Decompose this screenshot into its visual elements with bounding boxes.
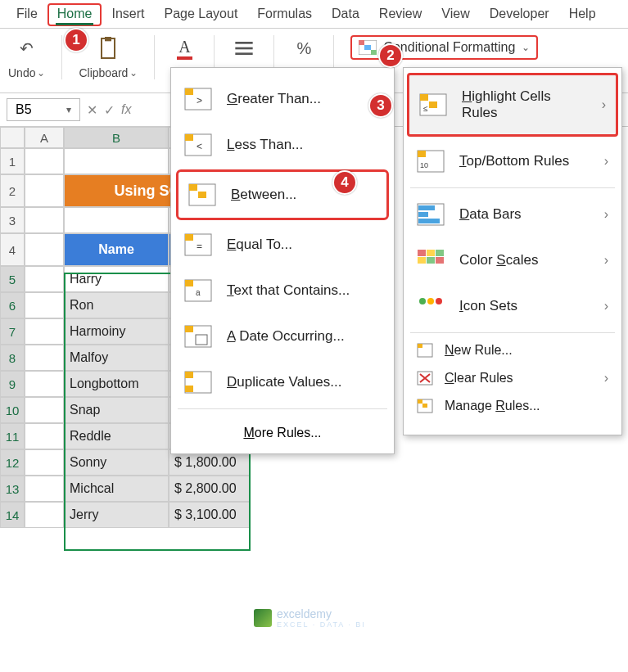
font-color-icon: A bbox=[171, 35, 197, 61]
menu-more-rules[interactable]: More Rules... bbox=[171, 413, 394, 442]
svg-rect-23 bbox=[418, 257, 426, 264]
ribbon-undo-group[interactable]: ↶ Undo⌄ bbox=[8, 35, 45, 79]
row-header[interactable]: 2 bbox=[0, 174, 25, 207]
row-header[interactable]: 3 bbox=[0, 207, 25, 233]
menu-duplicate-values[interactable]: Duplicate Values... bbox=[171, 359, 394, 405]
cell-name[interactable]: Snap bbox=[64, 397, 169, 423]
svg-text:10: 10 bbox=[420, 161, 428, 169]
cell[interactable] bbox=[25, 174, 64, 207]
menu-view[interactable]: View bbox=[431, 3, 479, 26]
less-than-icon: < bbox=[184, 133, 212, 156]
icon-sets-icon bbox=[417, 295, 445, 318]
cell-name[interactable]: Reddle bbox=[64, 423, 169, 449]
cell[interactable] bbox=[25, 233, 64, 266]
cell[interactable] bbox=[25, 345, 64, 371]
cell[interactable] bbox=[25, 318, 64, 345]
cell[interactable] bbox=[25, 148, 64, 174]
row-header[interactable]: 7 bbox=[0, 318, 25, 345]
cell-name[interactable]: Harmoiny bbox=[64, 318, 169, 345]
cell[interactable] bbox=[25, 449, 64, 476]
cell-value[interactable]: $ 3,100.00 bbox=[169, 502, 251, 528]
row-header[interactable]: 11 bbox=[0, 423, 25, 449]
chevron-right-icon: › bbox=[604, 154, 608, 169]
cell-name[interactable]: Harry bbox=[64, 266, 169, 292]
svg-rect-21 bbox=[427, 250, 435, 256]
menu-data[interactable]: Data bbox=[322, 3, 369, 26]
menu-clear-rules[interactable]: Clear Rules › bbox=[404, 364, 621, 392]
menu-formulas[interactable]: Formulas bbox=[247, 3, 322, 26]
row-header[interactable]: 5 bbox=[0, 266, 25, 292]
cell[interactable] bbox=[25, 397, 64, 423]
svg-rect-20 bbox=[418, 250, 426, 256]
menu-manage-rules[interactable]: Manage Rules... bbox=[404, 392, 621, 420]
menu-equal-to[interactable]: = Equal To... bbox=[171, 222, 394, 268]
cell[interactable] bbox=[64, 207, 169, 233]
menu-color-scales[interactable]: Color Scales › bbox=[404, 237, 621, 283]
cell[interactable] bbox=[25, 266, 64, 292]
duplicate-icon bbox=[184, 371, 212, 394]
confirm-icon[interactable]: ✓ bbox=[104, 102, 115, 118]
menu-data-bars[interactable]: Data Bars › bbox=[404, 192, 621, 237]
cell[interactable] bbox=[25, 207, 64, 233]
menu-developer[interactable]: Developer bbox=[480, 3, 559, 26]
col-header-A[interactable]: A bbox=[25, 127, 64, 148]
menu-review[interactable]: Review bbox=[369, 3, 431, 26]
svg-rect-43 bbox=[198, 192, 206, 198]
row-header[interactable]: 1 bbox=[0, 148, 25, 174]
cell-name[interactable]: Jerry bbox=[64, 502, 169, 528]
watermark-text: exceldemy bbox=[277, 607, 332, 620]
menu-page-layout[interactable]: Page Layout bbox=[154, 3, 247, 26]
menu-insert[interactable]: Insert bbox=[102, 3, 154, 26]
col-header-B[interactable]: B bbox=[64, 127, 169, 148]
menu-home[interactable]: Home bbox=[47, 3, 102, 26]
menu-icon-sets[interactable]: Icon Sets › bbox=[404, 283, 621, 329]
cell-name[interactable]: Longbottom bbox=[64, 371, 169, 397]
menu-highlight-cells-rules[interactable]: ≤ Highlight Cells Rules › bbox=[407, 73, 618, 137]
menu-text-contains[interactable]: a Text that Contains... bbox=[171, 268, 394, 313]
cell[interactable] bbox=[25, 476, 64, 502]
name-box[interactable]: B5 ▾ bbox=[7, 98, 80, 121]
menu-top-bottom-rules[interactable]: 10 Top/Bottom Rules › bbox=[404, 138, 621, 184]
menu-item-label: A Date Occurring... bbox=[227, 328, 381, 345]
callout-badge-3: 3 bbox=[368, 93, 393, 118]
menu-item-label: New Rule... bbox=[445, 343, 608, 358]
row-header[interactable]: 9 bbox=[0, 371, 25, 397]
equal-to-icon: = bbox=[184, 233, 212, 256]
cell[interactable] bbox=[25, 423, 64, 449]
menu-item-label: Clear Rules bbox=[445, 371, 593, 386]
cell-name[interactable]: Michcal bbox=[64, 476, 169, 502]
row-header[interactable]: 10 bbox=[0, 397, 25, 423]
name-box-value: B5 bbox=[16, 102, 32, 117]
row-header[interactable]: 12 bbox=[0, 449, 25, 476]
fx-icon[interactable]: fx bbox=[121, 102, 131, 118]
menu-file[interactable]: File bbox=[7, 3, 47, 26]
menu-date-occurring[interactable]: A Date Occurring... bbox=[171, 313, 394, 359]
menu-between[interactable]: Between... bbox=[176, 169, 389, 220]
cell[interactable] bbox=[25, 371, 64, 397]
menu-greater-than[interactable]: > Greater Than... bbox=[171, 76, 394, 122]
svg-rect-36 bbox=[185, 88, 193, 95]
select-all-corner[interactable] bbox=[0, 127, 25, 148]
row-header[interactable]: 4 bbox=[0, 233, 25, 266]
menu-item-label: Text that Contains... bbox=[227, 282, 381, 299]
chevron-down-icon: ⌄ bbox=[37, 67, 45, 79]
table-header-name[interactable]: Name bbox=[64, 233, 169, 266]
cancel-icon[interactable]: ✕ bbox=[87, 102, 97, 118]
row-header[interactable]: 8 bbox=[0, 345, 25, 371]
clear-rules-icon bbox=[417, 371, 433, 386]
menu-help[interactable]: Help bbox=[559, 3, 606, 26]
row-header[interactable]: 6 bbox=[0, 292, 25, 318]
cell-name[interactable]: Ron bbox=[64, 292, 169, 318]
cell[interactable] bbox=[25, 502, 64, 528]
svg-rect-25 bbox=[436, 257, 444, 264]
cell[interactable] bbox=[25, 292, 64, 318]
cell-name[interactable]: Malfoy bbox=[64, 345, 169, 371]
menu-new-rule[interactable]: New Rule... bbox=[404, 336, 621, 364]
svg-rect-1 bbox=[105, 37, 111, 41]
row-header[interactable]: 13 bbox=[0, 476, 25, 502]
cell-value[interactable]: $ 2,800.00 bbox=[169, 476, 251, 502]
cell[interactable] bbox=[64, 148, 169, 174]
row-header[interactable]: 14 bbox=[0, 502, 25, 528]
cell-name[interactable]: Sonny bbox=[64, 449, 169, 476]
menu-less-than[interactable]: < Less Than... bbox=[171, 122, 394, 168]
